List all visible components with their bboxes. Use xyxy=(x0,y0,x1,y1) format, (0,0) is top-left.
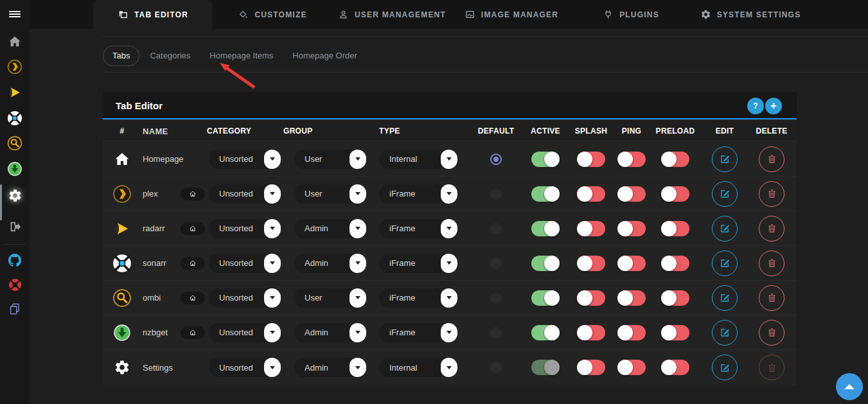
preload-toggle[interactable] xyxy=(661,290,689,306)
add-tab-button[interactable]: + xyxy=(765,98,782,114)
sidebar-item-radarr[interactable] xyxy=(0,81,30,107)
splash-toggle[interactable] xyxy=(577,221,605,236)
delete-button[interactable] xyxy=(759,320,784,346)
category-select[interactable]: Unsorted xyxy=(209,219,281,238)
type-select[interactable]: Internal xyxy=(379,358,457,377)
preload-toggle[interactable] xyxy=(661,186,689,202)
default-radio[interactable] xyxy=(490,154,502,165)
ping-toggle[interactable] xyxy=(617,325,646,340)
nav-tab-customize[interactable]: CUSTOMIZE xyxy=(213,0,332,29)
type-select[interactable]: iFrame xyxy=(379,219,457,238)
preload-toggle[interactable] xyxy=(661,360,689,375)
delete-button[interactable] xyxy=(759,181,784,207)
subtab[interactable]: Homepage Items xyxy=(200,46,282,66)
splash-toggle[interactable] xyxy=(577,152,605,167)
edit-button[interactable] xyxy=(712,320,738,346)
active-toggle[interactable] xyxy=(531,290,560,306)
group-select[interactable]: User xyxy=(294,184,366,204)
category-select[interactable]: Unsorted xyxy=(209,358,281,377)
sidebar-item-sonarr[interactable] xyxy=(0,107,30,132)
category-select[interactable]: Unsorted xyxy=(209,150,281,169)
category-select[interactable]: Unsorted xyxy=(209,288,281,308)
nav-tab-image-manager[interactable]: IMAGE MANAGER xyxy=(452,0,571,29)
preload-toggle[interactable] xyxy=(661,152,689,167)
nav-tab-plugins[interactable]: PLUGINS xyxy=(571,0,691,29)
sidebar-item-nzbget[interactable] xyxy=(0,157,30,183)
splash-toggle[interactable] xyxy=(577,360,605,375)
edit-button[interactable] xyxy=(712,146,738,172)
ping-toggle[interactable] xyxy=(617,221,646,236)
ping-toggle[interactable] xyxy=(617,256,646,271)
edit-button[interactable] xyxy=(712,355,738,380)
group-select[interactable]: User xyxy=(294,150,366,169)
subtab[interactable]: Categories xyxy=(141,46,199,66)
preload-toggle[interactable] xyxy=(661,256,689,271)
group-select[interactable]: Admin xyxy=(294,254,366,273)
sidebar-item-support[interactable] xyxy=(0,273,30,299)
splash-toggle[interactable] xyxy=(577,290,605,306)
subtab[interactable]: Tabs xyxy=(103,46,139,66)
edit-button[interactable] xyxy=(712,250,738,276)
preload-toggle[interactable] xyxy=(661,221,689,236)
category-select[interactable]: Unsorted xyxy=(209,254,281,273)
nav-tab-system-settings[interactable]: SYSTEM SETTINGS xyxy=(691,0,810,29)
group-select[interactable]: User xyxy=(294,288,366,308)
category-select[interactable]: Unsorted xyxy=(209,323,281,342)
group-select[interactable]: Admin xyxy=(294,358,366,377)
group-select[interactable]: Admin xyxy=(294,219,366,238)
nav-tab-tab-editor[interactable]: TAB EDITOR xyxy=(93,0,213,29)
ping-toggle[interactable] xyxy=(617,152,646,167)
type-select[interactable]: iFrame xyxy=(379,254,457,273)
group-select[interactable]: Admin xyxy=(294,323,366,342)
default-radio[interactable] xyxy=(490,188,502,200)
splash-toggle[interactable] xyxy=(577,186,605,202)
default-radio[interactable] xyxy=(490,292,502,304)
sidebar-item-plex[interactable] xyxy=(0,55,30,81)
sidebar-item-ombi[interactable] xyxy=(0,132,30,157)
edit-button[interactable] xyxy=(712,216,738,242)
splash-toggle[interactable] xyxy=(577,256,605,271)
delete-button[interactable] xyxy=(759,355,784,380)
preload-toggle[interactable] xyxy=(661,325,689,340)
sidebar-item-github[interactable] xyxy=(0,249,30,274)
ping-toggle[interactable] xyxy=(617,186,646,202)
active-toggle[interactable] xyxy=(531,256,560,271)
col-splash: SPLASH xyxy=(573,121,609,141)
sidebar-item-logout[interactable] xyxy=(0,215,30,241)
edit-button[interactable] xyxy=(712,285,738,311)
documents-icon xyxy=(8,302,22,319)
type-select[interactable]: iFrame xyxy=(379,288,457,308)
active-toggle[interactable] xyxy=(531,186,560,202)
system-settings-icon xyxy=(700,9,711,20)
active-toggle[interactable] xyxy=(531,360,560,375)
edit-button[interactable] xyxy=(712,181,738,207)
sidebar-item-settings[interactable] xyxy=(0,184,30,209)
default-radio[interactable] xyxy=(490,362,502,373)
type-select[interactable]: Internal xyxy=(379,150,457,169)
hamburger-icon[interactable] xyxy=(0,1,30,27)
type-select[interactable]: iFrame xyxy=(379,184,457,204)
default-radio[interactable] xyxy=(490,258,502,269)
delete-button[interactable] xyxy=(759,216,784,242)
active-toggle[interactable] xyxy=(531,325,560,340)
delete-button[interactable] xyxy=(759,250,784,276)
delete-button[interactable] xyxy=(759,285,784,311)
delete-button[interactable] xyxy=(759,146,784,172)
subtab[interactable]: Homepage Order xyxy=(283,46,366,66)
nav-tab-user-management[interactable]: USER MANAGEMENT xyxy=(332,0,452,29)
splash-toggle[interactable] xyxy=(577,325,605,340)
active-toggle[interactable] xyxy=(531,221,560,236)
default-radio[interactable] xyxy=(490,223,502,234)
sidebar-scrollbar[interactable] xyxy=(0,184,2,220)
sidebar-item-documents[interactable] xyxy=(0,297,30,323)
ping-toggle[interactable] xyxy=(617,360,646,375)
scroll-to-top-button[interactable] xyxy=(836,373,863,400)
ping-toggle[interactable] xyxy=(617,290,646,306)
active-toggle[interactable] xyxy=(531,152,560,167)
sidebar-item-home[interactable] xyxy=(0,30,30,56)
default-radio[interactable] xyxy=(490,327,502,338)
type-select[interactable]: iFrame xyxy=(379,323,457,342)
chevron-down-icon xyxy=(264,219,281,238)
category-select[interactable]: Unsorted xyxy=(209,184,281,204)
help-button[interactable]: ? xyxy=(747,98,764,114)
